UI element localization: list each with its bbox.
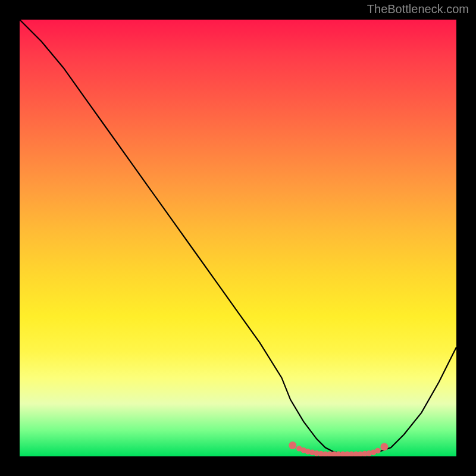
attribution-text: TheBottleneck.com [367,2,469,16]
plot-area [20,20,456,456]
bottleneck-curve [20,20,456,454]
optimal-dots-group [289,441,388,456]
chart-svg [20,20,456,456]
optimal-dot [375,448,381,454]
optimal-dot [380,443,388,450]
optimal-dot [289,441,296,449]
